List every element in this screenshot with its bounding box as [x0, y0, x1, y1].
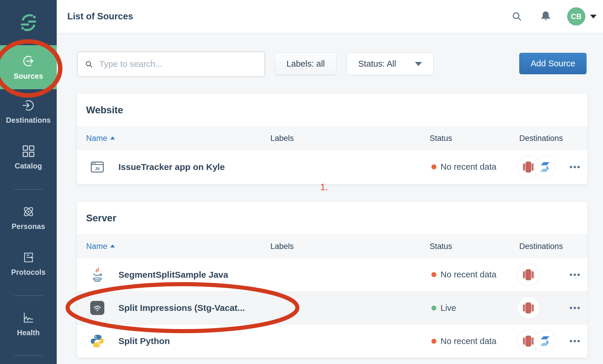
column-header-name[interactable]: Name: [86, 134, 270, 143]
amazon-redshift-icon: [522, 268, 535, 281]
source-name-cell[interactable]: JS IssueTracker app on Kyle: [86, 160, 270, 174]
amazon-redshift-icon: [522, 301, 535, 314]
column-header-labels: Labels: [270, 242, 430, 251]
row-overflow-menu[interactable]: [570, 271, 580, 279]
source-name-cell[interactable]: Split Python: [86, 334, 270, 348]
source-search-box: [77, 51, 265, 77]
column-header-destinations: Destinations: [519, 134, 587, 143]
destinations-cell: [519, 330, 587, 353]
sidebar-divider: [14, 355, 43, 356]
status-text: Live: [440, 303, 456, 313]
labels-filter-button[interactable]: Labels: all: [275, 53, 336, 75]
protocols-document-icon: [22, 251, 35, 264]
status-dot: [431, 306, 436, 311]
amazon-redshift-icon: [522, 335, 535, 348]
top-bar-actions: CB: [510, 7, 597, 26]
chevron-down-icon: [415, 62, 422, 66]
search-icon: [510, 10, 523, 23]
source-name: SegmentSplitSample Java: [118, 270, 228, 280]
search-icon: [84, 59, 94, 69]
card-title: Server: [86, 213, 116, 224]
status-dot: [431, 164, 436, 169]
sidebar-item-catalog[interactable]: Catalog: [0, 144, 57, 170]
column-header-name[interactable]: Name: [86, 242, 270, 251]
column-header-destinations: Destinations: [519, 242, 587, 251]
table-header: Name Labels Status Destinations: [77, 235, 587, 258]
add-source-button[interactable]: Add Source: [519, 53, 587, 74]
destination-split[interactable]: [533, 156, 556, 178]
annotation-step-1: 1.: [320, 182, 328, 193]
source-name-cell[interactable]: SegmentSplitSample Java: [86, 268, 270, 282]
health-chart-icon: [22, 311, 35, 325]
table-row[interactable]: JS IssueTracker app on Kyle No recent da…: [77, 150, 587, 184]
http-api-source-icon: [90, 301, 104, 315]
segment-logo[interactable]: [19, 13, 38, 33]
row-overflow-menu[interactable]: [570, 163, 580, 171]
sidebar-divider: [14, 295, 43, 296]
source-name: IssueTracker app on Kyle: [118, 162, 225, 172]
sidebar-item-sources[interactable]: Sources: [0, 45, 57, 89]
destinations-cell: [519, 296, 587, 319]
destinations-cell: [519, 156, 587, 178]
sidebar-item-label: Protocols: [11, 268, 46, 277]
server-sources-card: Server Name Labels Status Destinations S…: [77, 202, 587, 358]
user-menu-caret-icon[interactable]: [590, 15, 597, 18]
source-name: Split Impressions (Stg-Vacat...: [118, 303, 245, 313]
destination-amazon-redshift[interactable]: [517, 296, 540, 319]
table-row[interactable]: Split Impressions (Stg-Vacat... Live: [77, 291, 587, 324]
sort-ascending-icon: [110, 136, 115, 139]
sort-ascending-icon: [110, 245, 115, 247]
global-search-button[interactable]: [510, 10, 524, 23]
destination-amazon-redshift[interactable]: [517, 263, 540, 286]
sidebar-item-health[interactable]: Health: [0, 311, 57, 337]
top-bar: List of Sources CB: [57, 0, 603, 33]
split-icon: [538, 335, 551, 348]
status-text: No recent data: [440, 270, 496, 279]
row-overflow-menu[interactable]: [570, 337, 580, 345]
notifications-button[interactable]: [539, 10, 552, 23]
bell-icon: [539, 10, 552, 23]
status-filter-dropdown[interactable]: Status: All: [347, 53, 433, 75]
python-source-icon: [90, 334, 104, 348]
sidebar-item-label: Sources: [14, 72, 43, 80]
destination-split[interactable]: [533, 330, 556, 353]
svg-text:JS: JS: [95, 166, 100, 171]
status-dot: [431, 272, 436, 277]
source-name: Split Python: [118, 336, 170, 346]
table-row[interactable]: Split Python No recent data: [77, 324, 587, 358]
column-header-status: Status: [430, 134, 519, 143]
sidebar-item-label: Catalog: [15, 162, 42, 170]
table-header: Name Labels Status Destinations: [77, 127, 587, 150]
sidebar-item-destinations[interactable]: Destinations: [0, 99, 57, 124]
avatar[interactable]: CB: [567, 7, 585, 26]
status-filter-value: Status: All: [358, 59, 396, 69]
search-input[interactable]: [99, 59, 259, 69]
javascript-website-source-icon: JS: [90, 160, 104, 174]
card-title-row: Website: [77, 94, 587, 127]
segment-logo-icon: [19, 13, 38, 32]
status-cell: No recent data: [430, 162, 519, 172]
status-cell: No recent data: [430, 336, 519, 346]
destinations-icon: [22, 99, 35, 112]
wifi-icon: [91, 302, 103, 314]
sidebar-item-label: Destinations: [6, 116, 51, 124]
page-title: List of Sources: [67, 11, 133, 22]
row-overflow-menu[interactable]: [570, 304, 580, 312]
sidebar-item-protocols[interactable]: Protocols: [0, 251, 57, 277]
status-cell: No recent data: [430, 270, 519, 279]
sidebar-item-label: Personas: [11, 222, 45, 231]
card-title: Website: [86, 105, 123, 116]
destinations-cell: [519, 263, 587, 286]
sidebar-item-label: Health: [17, 328, 40, 337]
java-source-icon: [90, 268, 104, 282]
source-name-cell[interactable]: Split Impressions (Stg-Vacat...: [86, 301, 270, 315]
sidebar-item-personas[interactable]: Personas: [0, 205, 57, 231]
status-text: No recent data: [440, 162, 496, 172]
split-icon: [538, 161, 551, 173]
sidebar: Sources Destinations Catalog Personas: [0, 0, 57, 364]
table-row[interactable]: SegmentSplitSample Java No recent data: [77, 258, 587, 291]
status-text: No recent data: [440, 336, 496, 346]
status-cell: Live: [430, 303, 519, 313]
amazon-redshift-icon: [522, 161, 535, 173]
status-dot: [431, 339, 436, 344]
